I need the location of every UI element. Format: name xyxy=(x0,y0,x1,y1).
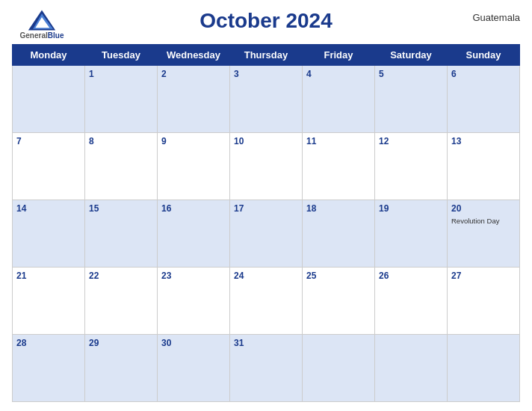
day-number: 19 xyxy=(379,203,443,215)
day-number: 15 xyxy=(89,203,153,215)
calendar-cell: 3 xyxy=(230,66,303,133)
day-number: 1 xyxy=(89,68,153,81)
day-number: 4 xyxy=(306,68,371,81)
day-number: 8 xyxy=(89,135,153,148)
day-number: 18 xyxy=(306,203,371,215)
calendar-cell: 1 xyxy=(85,66,158,133)
calendar-row-1: 123456 xyxy=(13,66,520,133)
day-number: 7 xyxy=(16,135,81,148)
calendar-cell: 5 xyxy=(375,66,448,133)
calendar-row-5: 28293031 xyxy=(13,335,520,402)
calendar-cell: 19 xyxy=(375,200,448,268)
calendar-cell: 16 xyxy=(158,200,230,268)
calendar-cell: 11 xyxy=(303,133,375,200)
calendar-cell: 30 xyxy=(158,335,230,402)
day-number: 2 xyxy=(161,68,226,81)
calendar-cell: 20Revolution Day xyxy=(448,200,520,268)
day-number: 5 xyxy=(379,68,443,81)
calendar-cell: 4 xyxy=(303,66,375,133)
day-number: 31 xyxy=(234,337,298,350)
day-number: 3 xyxy=(234,68,298,81)
calendar-cell xyxy=(303,335,375,402)
calendar-row-2: 78910111213 xyxy=(13,133,520,200)
calendar-cell xyxy=(448,335,520,402)
weekday-tuesday: Tuesday xyxy=(85,45,158,66)
calendar-cell: 23 xyxy=(158,268,230,335)
day-number: 11 xyxy=(306,135,371,148)
day-number: 22 xyxy=(89,270,153,282)
day-number: 14 xyxy=(16,203,81,215)
day-number: 30 xyxy=(161,337,226,350)
calendar-row-4: 21222324252627 xyxy=(13,268,520,335)
day-number: 12 xyxy=(379,135,443,148)
event-label: Revolution Day xyxy=(451,217,516,226)
logo-blue-text: Blue xyxy=(48,31,64,40)
calendar-cell: 29 xyxy=(85,335,158,402)
calendar-title: October 2024 xyxy=(72,9,460,33)
calendar-cell xyxy=(13,66,85,133)
calendar-cell: 31 xyxy=(230,335,303,402)
logo: General Blue xyxy=(12,9,72,40)
calendar-cell: 21 xyxy=(13,268,85,335)
day-number: 28 xyxy=(16,337,81,350)
logo-general-text: General xyxy=(20,31,48,40)
calendar-cell: 28 xyxy=(13,335,85,402)
calendar-cell: 18 xyxy=(303,200,375,268)
day-number: 16 xyxy=(161,203,226,215)
day-number: 13 xyxy=(451,135,516,148)
calendar-cell xyxy=(375,335,448,402)
weekday-saturday: Saturday xyxy=(375,45,448,66)
logo-icon xyxy=(27,9,57,31)
day-number: 21 xyxy=(16,270,81,282)
calendar-cell: 8 xyxy=(85,133,158,200)
calendar-table: MondayTuesdayWednesdayThursdayFridaySatu… xyxy=(12,44,520,402)
weekday-friday: Friday xyxy=(303,45,375,66)
calendar-cell: 26 xyxy=(375,268,448,335)
calendar-cell: 10 xyxy=(230,133,303,200)
calendar-header: General Blue October 2024 Guatemala xyxy=(12,9,520,40)
calendar-row-3: 14151617181920Revolution Day xyxy=(13,200,520,268)
calendar-cell: 14 xyxy=(13,200,85,268)
calendar-cell: 22 xyxy=(85,268,158,335)
day-number: 29 xyxy=(89,337,153,350)
day-number: 9 xyxy=(161,135,226,148)
weekday-sunday: Sunday xyxy=(448,45,520,66)
calendar-cell: 24 xyxy=(230,268,303,335)
day-number: 24 xyxy=(234,270,298,282)
calendar-cell: 12 xyxy=(375,133,448,200)
calendar-cell: 27 xyxy=(448,268,520,335)
calendar-cell: 13 xyxy=(448,133,520,200)
day-number: 26 xyxy=(379,270,443,282)
calendar-cell: 17 xyxy=(230,200,303,268)
calendar-cell: 25 xyxy=(303,268,375,335)
weekday-wednesday: Wednesday xyxy=(158,45,230,66)
day-number: 25 xyxy=(306,270,371,282)
weekday-header-row: MondayTuesdayWednesdayThursdayFridaySatu… xyxy=(13,45,520,66)
weekday-thursday: Thursday xyxy=(230,45,303,66)
day-number: 17 xyxy=(234,203,298,215)
day-number: 20 xyxy=(451,203,516,215)
weekday-monday: Monday xyxy=(13,45,85,66)
day-number: 10 xyxy=(234,135,298,148)
month-year-title: October 2024 xyxy=(72,9,460,33)
day-number: 6 xyxy=(451,68,516,81)
day-number: 23 xyxy=(161,270,226,282)
calendar-cell: 9 xyxy=(158,133,230,200)
calendar-cell: 6 xyxy=(448,66,520,133)
calendar-cell: 15 xyxy=(85,200,158,268)
country-label: Guatemala xyxy=(460,9,520,23)
calendar-cell: 2 xyxy=(158,66,230,133)
calendar-cell: 7 xyxy=(13,133,85,200)
day-number: 27 xyxy=(451,270,516,282)
